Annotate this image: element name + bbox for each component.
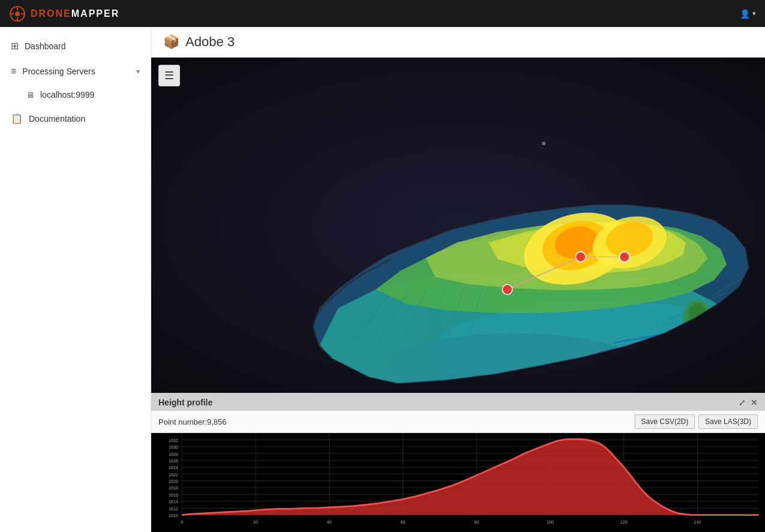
point-number-label: Point number: xyxy=(158,417,207,426)
localhost-icon: 🖥 xyxy=(26,91,34,100)
sidebar-item-dashboard[interactable]: ⊞ Dashboard xyxy=(0,33,151,59)
svg-text:60: 60 xyxy=(400,519,405,525)
drone-mapper-logo-icon xyxy=(9,5,26,22)
3d-viewer[interactable]: ☰ xyxy=(151,58,765,393)
sidebar-item-documentation[interactable]: 📋 Documentation xyxy=(0,106,151,131)
height-profile-chart: 1632 1630 1628 1626 1624 1622 1620 1618 … xyxy=(151,433,765,532)
documentation-icon: 📋 xyxy=(11,113,23,124)
svg-point-1 xyxy=(15,11,20,16)
terrain-svg xyxy=(151,58,765,393)
sidebar: ⊞ Dashboard ≡ Processing Servers ▾ 🖥 loc… xyxy=(0,27,151,532)
svg-point-39 xyxy=(542,142,545,145)
svg-text:1614: 1614 xyxy=(169,499,178,504)
height-profile-panel: Height profile ⤢ ✕ Point number:9,856 Sa… xyxy=(151,393,765,532)
navbar: DroneMapper 👤 ▾ xyxy=(0,0,765,27)
save-buttons: Save CSV(2D) Save LAS(3D) xyxy=(635,414,758,429)
logo-text-drone: Drone xyxy=(31,8,71,19)
svg-point-37 xyxy=(575,252,586,262)
svg-text:1630: 1630 xyxy=(169,444,178,450)
svg-point-36 xyxy=(502,284,512,294)
svg-text:120: 120 xyxy=(620,519,628,525)
chart-area: 1632 1630 1628 1626 1624 1622 1620 1618 … xyxy=(151,433,765,532)
user-chevron: ▾ xyxy=(752,10,756,17)
logo-text: DroneMapper xyxy=(31,8,119,19)
svg-text:1610: 1610 xyxy=(169,513,178,518)
profile-header: Height profile ⤢ ✕ xyxy=(151,394,765,411)
svg-point-38 xyxy=(620,252,630,262)
sidebar-item-documentation-label: Documentation xyxy=(29,114,140,124)
save-csv-button[interactable]: Save CSV(2D) xyxy=(635,414,695,429)
save-las-button[interactable]: Save LAS(3D) xyxy=(698,414,758,429)
profile-title: Height profile xyxy=(158,398,212,407)
dashboard-icon: ⊞ xyxy=(11,40,19,52)
user-icon: 👤 xyxy=(740,9,750,19)
expand-button[interactable]: ⤢ xyxy=(739,398,746,407)
svg-text:1624: 1624 xyxy=(169,465,178,470)
hamburger-icon: ☰ xyxy=(164,69,174,82)
logo: DroneMapper xyxy=(9,5,119,22)
processing-servers-icon: ≡ xyxy=(11,66,16,77)
sidebar-item-processing-servers[interactable]: ≡ Processing Servers ▾ xyxy=(0,59,151,84)
svg-text:1618: 1618 xyxy=(169,485,178,491)
close-button[interactable]: ✕ xyxy=(751,398,758,407)
sidebar-item-processing-servers-label: Processing Servers xyxy=(22,67,130,76)
svg-text:1612: 1612 xyxy=(169,506,178,511)
svg-text:100: 100 xyxy=(547,519,554,525)
point-number-info: Point number:9,856 xyxy=(158,417,226,426)
profile-header-actions: ⤢ ✕ xyxy=(739,398,758,407)
page-icon: 📦 xyxy=(163,34,179,50)
svg-text:1620: 1620 xyxy=(169,479,178,484)
svg-text:1626: 1626 xyxy=(169,458,178,464)
content-area: 📦 Adobe 3 xyxy=(151,27,765,532)
sidebar-item-localhost-label: localhost:9999 xyxy=(40,90,94,100)
logo-text-mapper: Mapper xyxy=(71,8,119,19)
svg-text:140: 140 xyxy=(694,519,701,525)
main-layout: ⊞ Dashboard ≡ Processing Servers ▾ 🖥 loc… xyxy=(0,27,765,532)
profile-toolbar: Point number:9,856 Save CSV(2D) Save LAS… xyxy=(151,411,765,433)
svg-text:40: 40 xyxy=(327,519,332,525)
svg-text:0: 0 xyxy=(181,519,183,525)
page-header: 📦 Adobe 3 xyxy=(151,27,765,58)
svg-text:1616: 1616 xyxy=(169,492,178,497)
page-title: Adobe 3 xyxy=(185,34,235,50)
processing-servers-chevron: ▾ xyxy=(136,67,140,76)
sidebar-item-localhost[interactable]: 🖥 localhost:9999 xyxy=(0,84,151,106)
svg-text:1622: 1622 xyxy=(169,471,178,477)
viewer-menu-button[interactable]: ☰ xyxy=(158,65,180,86)
svg-text:80: 80 xyxy=(474,519,479,525)
terrain-canvas xyxy=(151,58,765,393)
svg-text:1632: 1632 xyxy=(169,437,178,443)
svg-text:20: 20 xyxy=(253,519,258,525)
user-menu[interactable]: 👤 ▾ xyxy=(740,9,756,19)
sidebar-item-dashboard-label: Dashboard xyxy=(25,41,140,51)
point-number-value: 9,856 xyxy=(207,417,227,426)
svg-text:1628: 1628 xyxy=(169,451,178,456)
